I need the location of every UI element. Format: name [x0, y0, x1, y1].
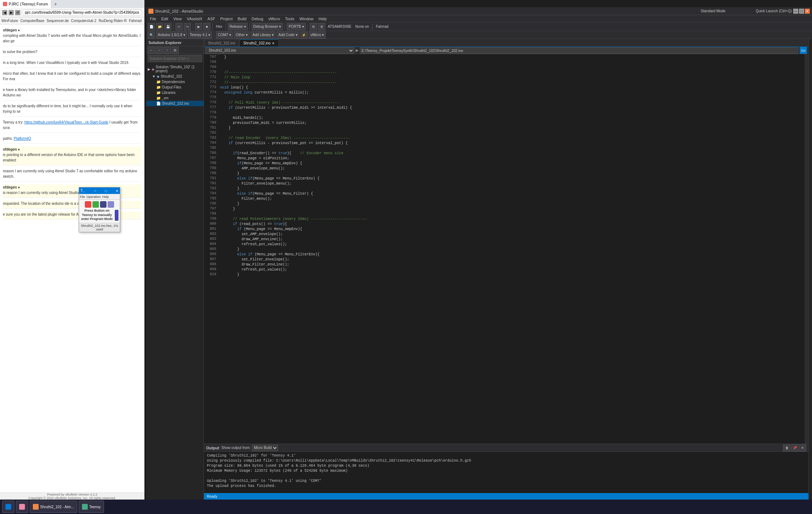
se-btn4[interactable]: ⊞	[171, 47, 179, 54]
toolbar-btn-stop[interactable]: ■	[203, 23, 210, 30]
arduino-dropdown[interactable]: Arduino 1.6/1.8 ▾	[156, 31, 187, 39]
toolbar-btn-new[interactable]: 📄	[148, 23, 155, 30]
browser-address-input[interactable]	[22, 9, 142, 16]
forum-post: paths: PlatformIO	[3, 136, 142, 144]
tree-item-output-files[interactable]: 📁 Output Files	[146, 85, 204, 90]
tab-close-icon[interactable]: ✕	[272, 42, 275, 45]
atmel-btn[interactable]: ⚙	[310, 23, 317, 30]
toolbar-separator	[214, 32, 214, 38]
ide-close-button[interactable]: ✕	[805, 9, 810, 14]
code-content[interactable]: } //------------------------------------…	[218, 54, 805, 444]
tree-item-dependencies[interactable]: 📁 Dependencies	[146, 79, 204, 85]
se-btn3[interactable]: ↑	[164, 47, 171, 54]
browser-back-button[interactable]: ◀	[2, 10, 7, 15]
popup-maximize[interactable]: □	[105, 189, 107, 193]
toolbar-btn-undo[interactable]: ↩	[175, 23, 183, 30]
menu-help[interactable]: Help	[316, 16, 329, 22]
popup-tooltip: T... ─ □ ✕ File Operation Help Press But…	[79, 187, 120, 232]
add-code-dropdown[interactable]: Add Code ▾	[277, 31, 299, 39]
scrollbar-vertical[interactable]	[805, 54, 808, 444]
solution-search-input[interactable]	[148, 55, 202, 62]
menu-edit[interactable]: Edit	[159, 16, 170, 22]
se-btn2[interactable]: →	[156, 47, 163, 54]
new-tab-button[interactable]: +	[51, 1, 60, 7]
toolbar-vmicro-btn[interactable]: ⚡	[300, 31, 308, 39]
forum-link[interactable]: https://github.com/luni64/VisualTeen...c…	[24, 120, 108, 124]
toolbar-btn-redo[interactable]: ↪	[184, 23, 191, 30]
taskbar-btn-start[interactable]	[2, 501, 14, 513]
menu-window[interactable]: Window	[297, 16, 316, 22]
toolbar-btn-build[interactable]: ▶	[195, 23, 202, 30]
output-pin-btn[interactable]: 📌	[791, 444, 798, 452]
tree-item-label: Solution 'Shruthi_102' (1 project)	[156, 65, 202, 73]
tree-item-solution[interactable]: ▶ ◈ Solution 'Shruthi_102' (1 project)	[146, 64, 204, 74]
popup-footer: Shruthi2_102.ino.hex, 1% used	[79, 223, 120, 232]
portb-dropdown[interactable]: PORTB ▾	[287, 23, 305, 30]
menu-vmicro[interactable]: vMicro	[266, 16, 282, 22]
browser-forward-button[interactable]: ▶	[9, 10, 14, 15]
taskbar: Shruthi2_102 - Atm... Teensy	[0, 500, 812, 514]
other-dropdown[interactable]: Other ▾	[234, 31, 249, 39]
platformio-link[interactable]: PlatformIO	[14, 137, 31, 141]
forum-user: ofdegen ♦	[3, 185, 142, 190]
file-dropdown[interactable]: Shruthi2_102.ino	[205, 47, 354, 54]
tab-label: Shruthi2_102.ino	[208, 41, 235, 45]
toolbar-btn-open[interactable]: 📁	[156, 23, 163, 30]
toolbar-separator	[285, 23, 285, 30]
bookmark-computerbase[interactable]: ComputerBase	[20, 19, 44, 23]
menu-vassistx[interactable]: VAssistX	[184, 16, 204, 22]
bookmark-computerclub[interactable]: Computerclub 2	[71, 19, 97, 23]
forum-post: e have a library both installed by Teens…	[3, 87, 142, 100]
popup-menu-help[interactable]: Help	[102, 195, 109, 199]
taskbar-btn-file-explorer[interactable]	[16, 501, 28, 513]
tree-item-project[interactable]: ▼ ◈ Shruthi2_102	[146, 74, 204, 79]
bookmark-ruideng[interactable]: RuiDeng Riden R	[99, 19, 127, 23]
forum-post: Teensy a try: https://github.com/luni64/…	[3, 120, 142, 133]
debug-browser-dropdown[interactable]: Debug Browser ▾	[252, 23, 283, 30]
bookmark-sequencer[interactable]: Sequencer.de	[47, 19, 69, 23]
browser-tab[interactable]: PJRC (Teensy) Forum	[0, 0, 51, 8]
popup-minimize[interactable]: ─	[94, 189, 96, 193]
vmicro-dropdown[interactable]: vMicro ▾	[309, 31, 326, 39]
taskbar-btn-ide[interactable]: Shruthi2_102 - Atm...	[30, 501, 77, 513]
vb-footer-line2: Copyright © 2020 vBulletin Solutions, In…	[29, 496, 116, 500]
portb-arrow: ▾	[302, 25, 304, 29]
menu-asf[interactable]: ASF	[205, 16, 217, 22]
release-dropdown[interactable]: Release ▾	[228, 23, 248, 30]
forum-post-highlighted: requested. The location of the arduino i…	[3, 201, 142, 209]
solution-explorer-header: Solution Explorer	[146, 39, 204, 46]
menu-debug[interactable]: Debug	[249, 16, 265, 22]
add-library-dropdown[interactable]: Add Library ▾	[251, 31, 275, 39]
com-dropdown[interactable]: COM7 ▾	[216, 31, 233, 39]
line-numbers: 7677687697707717727737747757767777787797…	[204, 54, 218, 444]
se-btn1[interactable]: ←	[148, 47, 155, 54]
tree-item-libraries[interactable]: 📁 Libraries	[146, 90, 204, 95]
ide-maximize-button[interactable]: □	[799, 9, 804, 14]
editor-tab-2[interactable]: Shruthi2_102.ino ✕	[239, 39, 279, 47]
go-button[interactable]: Go	[800, 47, 807, 54]
toolbar-btn-save[interactable]: 💾	[164, 23, 171, 30]
tree-item-vm[interactable]: 📁 _vm	[146, 95, 204, 101]
output-clear-btn[interactable]: 🗑	[783, 444, 790, 452]
taskbar-btn-teensy[interactable]: Teensy	[79, 501, 104, 513]
menu-tools[interactable]: Tools	[283, 16, 297, 22]
toolbar-search-btn[interactable]: 🔍	[148, 31, 155, 39]
bookmark-fahrrad[interactable]: Fahrrad	[129, 19, 142, 23]
atmel-btn2[interactable]: ⚙	[318, 23, 325, 30]
output-source-dropdown[interactable]: Micro Build	[252, 445, 278, 451]
code-editor[interactable]: 7677687697707717727737747757767777787797…	[204, 54, 808, 444]
menu-view[interactable]: View	[171, 16, 184, 22]
menu-file[interactable]: File	[148, 16, 159, 22]
editor-tab-1[interactable]: Shruthi2_102.ino	[204, 39, 239, 47]
popup-close[interactable]: ✕	[116, 189, 118, 193]
ide-minimize-button[interactable]: ─	[793, 9, 798, 14]
teensy-dropdown[interactable]: Teensy 4.1 ▾	[188, 31, 212, 39]
popup-menu-operation[interactable]: Operation	[87, 195, 101, 199]
tree-item-ino[interactable]: 📄 Shruthi2_102.ino	[146, 101, 204, 106]
menu-project[interactable]: Project	[218, 16, 235, 22]
bookmark-winfuture[interactable]: WinFuture	[1, 19, 18, 23]
menu-build[interactable]: Build	[235, 16, 248, 22]
output-close-btn[interactable]: ✕	[799, 444, 806, 452]
browser-refresh-button[interactable]: ↺	[15, 10, 20, 15]
popup-menu-file[interactable]: File	[80, 195, 85, 199]
